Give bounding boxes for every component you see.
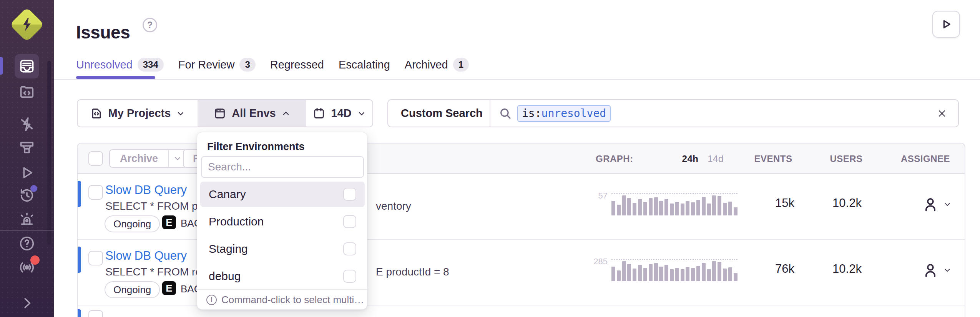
tab-label: Unresolved xyxy=(76,58,133,71)
issue-title-link[interactable]: Slow DB Query xyxy=(105,249,187,263)
sidebar-expand-button[interactable] xyxy=(18,294,36,312)
issue-subtitle-continued: ventory xyxy=(376,200,411,212)
unread-indicator xyxy=(78,181,81,207)
tab-count-badge: 334 xyxy=(138,58,164,72)
sidebar-divider xyxy=(0,230,54,231)
sidebar-item-performance[interactable] xyxy=(18,115,36,133)
sidebar-item-dashboards[interactable] xyxy=(18,139,36,157)
tab-archived[interactable]: Archived 1 xyxy=(405,58,469,72)
status-badge: Ongoing xyxy=(105,281,160,298)
option-checkbox[interactable] xyxy=(343,215,356,228)
status-badge: Ongoing xyxy=(105,215,160,232)
sidebar-item-alerts[interactable] xyxy=(18,210,36,228)
sidebar-item-projects[interactable] xyxy=(18,83,36,101)
env-option-canary[interactable]: Canary xyxy=(200,182,365,207)
option-checkbox[interactable] xyxy=(343,242,356,255)
row-checkbox[interactable] xyxy=(88,185,103,200)
page-filter-bar: My Projects All Envs 14D xyxy=(77,99,373,127)
graph-period-14d-toggle[interactable]: 14d xyxy=(703,153,729,164)
environment-filter-label: All Envs xyxy=(232,107,276,120)
environment-filter-popover: Filter Environments Canary Production St… xyxy=(197,132,367,310)
siren-icon xyxy=(18,210,36,228)
env-option-production[interactable]: Production xyxy=(200,209,365,234)
sparkline-bars xyxy=(611,261,737,281)
tab-count-badge: 1 xyxy=(453,58,469,72)
lightning-slash-icon xyxy=(18,115,36,133)
column-header-events: EVENTS xyxy=(746,153,800,164)
issue-search-bar: Custom Search is:unresolved xyxy=(387,99,959,127)
graph-period-24h-toggle[interactable]: 24h xyxy=(677,153,703,164)
option-checkbox[interactable] xyxy=(343,270,356,283)
option-label: Canary xyxy=(209,188,246,201)
project-platform-icon: E xyxy=(162,215,176,229)
custom-search-button[interactable]: Custom Search xyxy=(388,107,490,120)
sidebar-item-issues[interactable] xyxy=(15,54,39,78)
archive-split-button[interactable]: Archive xyxy=(109,149,187,168)
assignee-selector[interactable] xyxy=(922,195,952,213)
clear-search-icon[interactable] xyxy=(937,108,947,119)
sparkline-chart xyxy=(611,259,737,281)
play-outline-icon xyxy=(18,164,36,182)
date-range-label: 14D xyxy=(331,107,351,120)
sidebar-item-history[interactable] xyxy=(18,187,36,204)
option-label: Staging xyxy=(209,242,248,255)
option-label: debug xyxy=(209,270,241,283)
dropdown-footer-hint: i Command-click to select multi… xyxy=(197,289,367,310)
sidebar xyxy=(0,0,54,317)
archive-button-label: Archive xyxy=(110,153,168,165)
issue-subtitle: SELECT * FROM p xyxy=(105,200,198,212)
active-nav-indicator xyxy=(0,57,3,75)
sidebar-scrollbar[interactable] xyxy=(47,61,51,245)
issue-title-link[interactable]: Slow DB Query xyxy=(105,183,187,197)
users-count: 10.2k xyxy=(820,196,874,210)
project-platform-icon: E xyxy=(162,281,176,295)
issue-subtitle: SELECT * FROM re xyxy=(105,266,201,278)
search-icon xyxy=(499,107,512,120)
search-divider xyxy=(490,100,490,127)
tab-label: For Review xyxy=(178,58,235,71)
play-icon xyxy=(940,18,953,31)
project-file-icon xyxy=(90,107,103,120)
column-header-assignee: ASSIGNEE xyxy=(899,153,952,164)
tab-label: Regressed xyxy=(270,58,324,71)
sidebar-item-replays[interactable] xyxy=(18,164,36,182)
tab-regressed[interactable]: Regressed xyxy=(270,58,324,71)
sidebar-item-whats-new[interactable] xyxy=(18,259,36,276)
issues-icon xyxy=(18,58,35,75)
row-checkbox[interactable] xyxy=(88,251,103,265)
token-value: unresolved xyxy=(541,107,606,120)
issue-subtitle-continued: E productId = 8 xyxy=(376,266,449,278)
environment-filter-dropdown[interactable]: All Envs xyxy=(198,100,306,127)
notification-dot-purple xyxy=(30,185,37,192)
assignee-selector[interactable] xyxy=(922,261,952,279)
events-count: 15k xyxy=(758,196,812,210)
users-count: 10.2k xyxy=(820,262,874,276)
tabs-bottom-border xyxy=(54,79,980,80)
sidebar-item-help[interactable] xyxy=(18,235,36,252)
environment-search-input[interactable] xyxy=(201,156,364,178)
tab-escalating[interactable]: Escalating xyxy=(339,58,390,71)
chevron-down-icon xyxy=(357,109,366,118)
graph-max-label: 285 xyxy=(591,257,608,267)
help-circle-icon xyxy=(18,235,36,252)
search-token-is-unresolved[interactable]: is:unresolved xyxy=(517,105,611,122)
help-icon[interactable]: ? xyxy=(143,18,157,32)
assignee-person-icon xyxy=(922,261,939,279)
replay-tour-button[interactable] xyxy=(932,11,960,38)
env-option-debug[interactable]: debug xyxy=(200,264,365,289)
chevron-down-icon xyxy=(176,109,185,118)
issue-state-tabs: Unresolved 334 For Review 3 Regressed Es… xyxy=(76,58,469,72)
env-option-staging[interactable]: Staging xyxy=(200,236,365,262)
row-checkbox[interactable] xyxy=(88,310,103,317)
select-all-checkbox[interactable] xyxy=(88,151,103,166)
date-range-dropdown[interactable]: 14D xyxy=(306,100,372,127)
tab-for-review[interactable]: For Review 3 xyxy=(178,58,256,72)
issue-event-graph: 285 xyxy=(591,259,737,283)
tab-unresolved[interactable]: Unresolved 334 xyxy=(76,58,164,72)
window-icon xyxy=(213,107,226,120)
project-filter-dropdown[interactable]: My Projects xyxy=(78,100,198,127)
chevron-down-icon xyxy=(173,154,182,163)
page-title: Issues xyxy=(76,22,130,43)
option-checkbox[interactable] xyxy=(343,188,356,201)
project-filter-label: My Projects xyxy=(108,107,171,120)
